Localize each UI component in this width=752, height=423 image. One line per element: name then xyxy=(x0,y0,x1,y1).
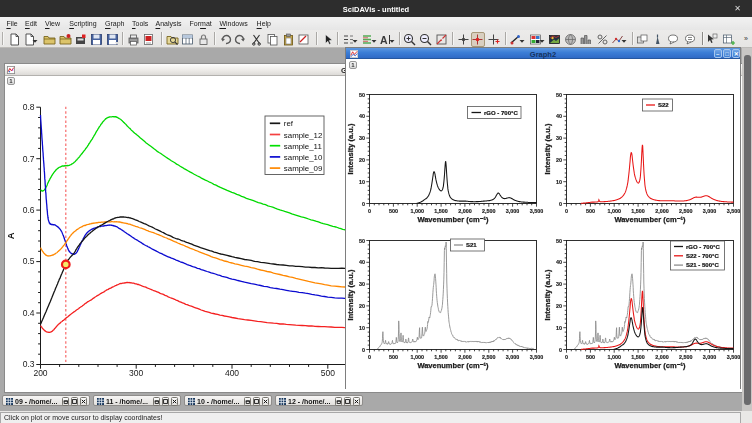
svg-text:rGO - 700°C: rGO - 700°C xyxy=(686,244,720,250)
svg-text:30: 30 xyxy=(556,281,562,287)
svg-text:Intensity (a.u.): Intensity (a.u.) xyxy=(543,123,552,174)
svg-text:0: 0 xyxy=(362,347,365,353)
svg-text:1,000: 1,000 xyxy=(410,354,424,360)
svg-text:2,500: 2,500 xyxy=(679,354,693,360)
svg-text:0.5: 0.5 xyxy=(23,256,35,266)
svg-text:400: 400 xyxy=(225,368,239,378)
svg-text:10: 10 xyxy=(556,325,562,331)
svg-text:0.4: 0.4 xyxy=(23,308,35,318)
svg-text:500: 500 xyxy=(586,354,595,360)
svg-text:20: 20 xyxy=(556,303,562,309)
svg-text:2,000: 2,000 xyxy=(458,354,472,360)
svg-text:1,500: 1,500 xyxy=(434,354,448,360)
svg-text:ref: ref xyxy=(284,119,294,128)
svg-text:Intensity (a.u.): Intensity (a.u.) xyxy=(346,123,355,174)
svg-text:2,500: 2,500 xyxy=(482,354,496,360)
svg-text:3,500: 3,500 xyxy=(727,208,740,214)
svg-text:sample_11: sample_11 xyxy=(284,142,322,151)
svg-text:20: 20 xyxy=(556,157,562,163)
svg-text:200: 200 xyxy=(33,368,47,378)
svg-text:Intensity (a.u.): Intensity (a.u.) xyxy=(543,269,552,320)
svg-text:Intensity (a.u.): Intensity (a.u.) xyxy=(346,269,355,320)
svg-text:1,000: 1,000 xyxy=(410,208,424,214)
svg-text:Wavenumber (cm⁻¹): Wavenumber (cm⁻¹) xyxy=(417,361,489,370)
svg-text:500: 500 xyxy=(321,368,335,378)
svg-text:10: 10 xyxy=(359,179,365,185)
svg-text:3,000: 3,000 xyxy=(703,354,717,360)
svg-text:10: 10 xyxy=(556,179,562,185)
svg-text:0: 0 xyxy=(559,201,562,207)
svg-text:500: 500 xyxy=(389,208,398,214)
svg-text:0: 0 xyxy=(565,208,568,214)
svg-text:500: 500 xyxy=(389,354,398,360)
svg-text:500: 500 xyxy=(586,208,595,214)
svg-text:Wavenumber (cm⁻¹): Wavenumber (cm⁻¹) xyxy=(417,215,489,224)
svg-text:0.8: 0.8 xyxy=(23,102,35,112)
svg-text:1,500: 1,500 xyxy=(434,208,448,214)
svg-text:sample_12: sample_12 xyxy=(284,131,323,140)
svg-text:50: 50 xyxy=(556,238,562,244)
svg-text:300: 300 xyxy=(129,368,143,378)
svg-text:0: 0 xyxy=(368,208,371,214)
svg-text:0.6: 0.6 xyxy=(23,205,35,215)
svg-text:Wavenumber (cm⁻¹): Wavenumber (cm⁻¹) xyxy=(614,361,686,370)
svg-text:A: A xyxy=(6,232,17,239)
svg-text:50: 50 xyxy=(359,92,365,98)
svg-text:0: 0 xyxy=(368,354,371,360)
svg-text:2,000: 2,000 xyxy=(655,208,669,214)
svg-text:30: 30 xyxy=(556,135,562,141)
svg-text:A: A xyxy=(380,33,388,45)
svg-text:S21 - 500°C: S21 - 500°C xyxy=(686,262,719,268)
svg-text:Wavenumber (cm⁻¹): Wavenumber (cm⁻¹) xyxy=(614,215,686,224)
svg-text:3,000: 3,000 xyxy=(506,354,519,360)
svg-text:30: 30 xyxy=(359,281,365,287)
svg-text:3,000: 3,000 xyxy=(506,208,519,214)
svg-text:10: 10 xyxy=(359,325,365,331)
svg-text:1,000: 1,000 xyxy=(607,208,621,214)
svg-text:20: 20 xyxy=(359,157,365,163)
svg-text:1,500: 1,500 xyxy=(631,208,645,214)
svg-text:1,500: 1,500 xyxy=(631,354,645,360)
svg-text:40: 40 xyxy=(359,113,365,119)
svg-text:S21: S21 xyxy=(466,242,477,248)
svg-text:0: 0 xyxy=(362,201,365,207)
svg-text:S22: S22 xyxy=(658,102,669,108)
svg-text:20: 20 xyxy=(359,303,365,309)
svg-text:3,500: 3,500 xyxy=(530,208,544,214)
svg-text:40: 40 xyxy=(556,113,562,119)
svg-text:2,000: 2,000 xyxy=(458,208,472,214)
svg-text:3,500: 3,500 xyxy=(530,354,544,360)
svg-text:0: 0 xyxy=(559,347,562,353)
svg-text:3,500: 3,500 xyxy=(727,354,740,360)
svg-text:50: 50 xyxy=(359,238,365,244)
svg-text:rGO - 700°C: rGO - 700°C xyxy=(484,110,518,116)
svg-text:0: 0 xyxy=(565,354,568,360)
svg-text:2,500: 2,500 xyxy=(679,208,693,214)
svg-text:S22 - 700°C: S22 - 700°C xyxy=(686,253,719,259)
svg-text:sample_09: sample_09 xyxy=(284,164,323,173)
svg-text:50: 50 xyxy=(556,92,562,98)
svg-text:2,000: 2,000 xyxy=(655,354,669,360)
svg-text:40: 40 xyxy=(556,259,562,265)
svg-text:2,500: 2,500 xyxy=(482,208,496,214)
svg-text:40: 40 xyxy=(359,259,365,265)
svg-text:1,000: 1,000 xyxy=(607,354,621,360)
svg-text:0.7: 0.7 xyxy=(23,154,35,164)
svg-text:30: 30 xyxy=(359,135,365,141)
svg-text:sample_10: sample_10 xyxy=(284,153,323,162)
svg-text:3,000: 3,000 xyxy=(703,208,717,214)
